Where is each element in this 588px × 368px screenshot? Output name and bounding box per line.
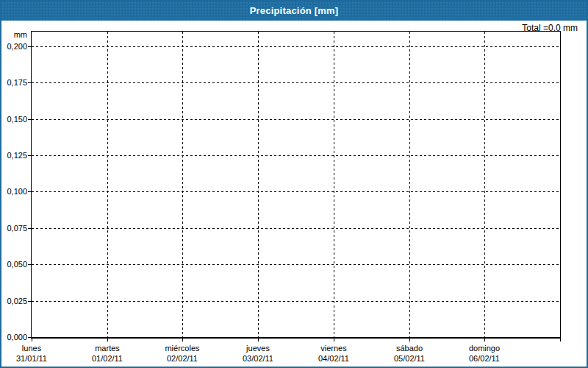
gridline-h xyxy=(32,191,560,192)
gridline-h xyxy=(32,46,560,47)
x-tick-mark xyxy=(560,339,561,342)
x-tick-day: miércoles xyxy=(146,343,219,353)
x-tick-date: 04/02/11 xyxy=(297,353,370,364)
y-tick-label: 0,175 xyxy=(1,78,27,87)
x-tick-mark xyxy=(484,339,485,342)
x-tick-date: 01/02/11 xyxy=(71,353,144,364)
x-tick-day: jueves xyxy=(221,343,295,353)
x-tick-date: 05/02/11 xyxy=(373,353,446,364)
gridline-h xyxy=(32,155,560,156)
gridline-h xyxy=(32,301,560,302)
x-tick-label: lunes31/01/11 xyxy=(0,343,68,364)
x-tick-label: jueves03/02/11 xyxy=(221,343,295,364)
x-tick-label: domingo06/02/11 xyxy=(448,343,521,364)
y-tick-label: 0,150 xyxy=(1,115,27,124)
x-tick-mark xyxy=(334,339,334,342)
gridline-h xyxy=(32,82,560,83)
y-axis-unit-label: mm xyxy=(1,30,27,39)
y-tick-label: 0,050 xyxy=(1,260,27,269)
gridline-h xyxy=(32,264,560,265)
gridline-v xyxy=(107,32,108,337)
y-tick-label: 0,200 xyxy=(1,42,27,51)
x-tick-date: 02/02/11 xyxy=(146,353,219,364)
x-tick-date: 31/01/11 xyxy=(0,353,68,364)
y-tick-label: 0,100 xyxy=(1,187,27,196)
chart-frame: Precipitación [mm] Total =0,0 mm mm 0,20… xyxy=(0,0,588,368)
gridline-v xyxy=(484,32,485,337)
y-tick-label: 0,075 xyxy=(1,224,27,233)
x-tick-label: sábado05/02/11 xyxy=(373,343,446,364)
x-tick-date: 03/02/11 xyxy=(221,353,295,364)
gridline-v xyxy=(409,32,410,337)
x-tick-day: martes xyxy=(71,343,144,353)
x-tick-label: viernes04/02/11 xyxy=(297,343,370,364)
gridline-v xyxy=(334,32,334,337)
y-tick-label: 0,000 xyxy=(1,333,27,342)
gridline-h xyxy=(32,119,560,120)
x-tick-mark xyxy=(107,339,108,342)
plot-area xyxy=(31,31,561,339)
x-tick-day: domingo xyxy=(448,343,521,353)
x-tick-mark xyxy=(32,339,32,342)
y-tick-label: 0,125 xyxy=(1,151,27,160)
x-tick-day: lunes xyxy=(0,343,68,353)
x-tick-day: viernes xyxy=(297,343,370,353)
x-tick-date: 06/02/11 xyxy=(448,353,521,364)
y-tick-label: 0,025 xyxy=(1,297,27,305)
x-tick-mark xyxy=(182,339,183,342)
gridline-h xyxy=(32,228,560,229)
gridline-v xyxy=(182,32,183,337)
x-tick-mark xyxy=(409,339,410,342)
x-tick-day: sábado xyxy=(373,343,446,353)
gridline-v xyxy=(258,32,259,337)
x-tick-label: miércoles02/02/11 xyxy=(146,343,219,364)
x-tick-label: martes01/02/11 xyxy=(71,343,144,364)
x-tick-mark xyxy=(258,339,259,342)
chart-title: Precipitación [mm] xyxy=(1,1,587,21)
